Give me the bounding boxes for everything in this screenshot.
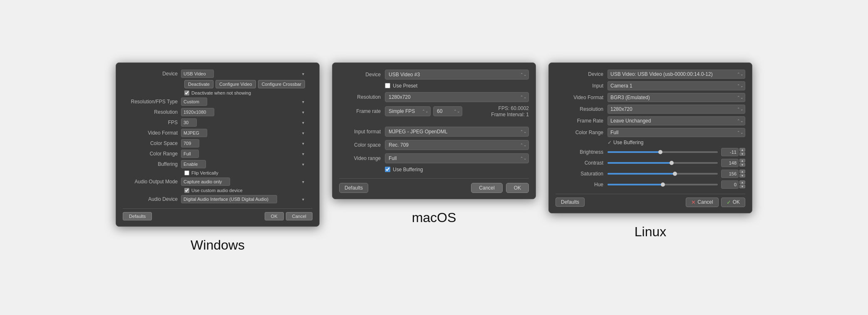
win-resolution-label: Resolution: [123, 109, 181, 115]
mac-device-label: Device: [339, 72, 385, 78]
mac-device-select[interactable]: USB Video #3: [385, 70, 529, 80]
win-device-select[interactable]: USB Video: [181, 70, 214, 78]
mac-fps-value-input[interactable]: [433, 106, 462, 116]
linux-hue-up-btn[interactable]: ▲: [739, 180, 745, 184]
mac-buffering-row: Use Buffering: [339, 167, 529, 172]
linux-input-row: Input Camera 1: [556, 81, 745, 90]
linux-color-range-select[interactable]: Full: [608, 128, 745, 137]
linux-hue-label: Hue: [556, 182, 608, 188]
mac-defaults-button[interactable]: Defaults: [339, 183, 368, 193]
linux-dialog: Device USB Video: USB Video (usb-0000:00…: [548, 62, 752, 213]
linux-cancel-button[interactable]: ✕ Cancel: [686, 198, 718, 207]
linux-resolution-select-wrap: 1280x720: [608, 105, 745, 114]
win-color-range-select-wrap: Full: [181, 150, 306, 158]
linux-input-select[interactable]: Camera 1: [608, 81, 745, 90]
mac-video-range-select[interactable]: Full: [385, 153, 529, 163]
win-res-fps-select-wrap: Custom: [181, 98, 306, 106]
win-buttons-row: Deactivate Configure Video Configure Cro…: [123, 80, 312, 88]
linux-device-select-wrap: USB Video: USB Video (usb-0000:00:14.0-1…: [608, 70, 745, 79]
mac-resolution-select[interactable]: 1280x720: [385, 92, 529, 102]
linux-input-label: Input: [556, 83, 608, 89]
mac-input-format-select[interactable]: MJPEG - JPEG OpenDML: [385, 127, 529, 137]
win-deactivate-checkbox[interactable]: [184, 90, 189, 95]
win-video-format-select[interactable]: MJPEG: [181, 129, 207, 137]
linux-brightness-up-btn[interactable]: ▲: [739, 148, 745, 152]
win-audio-device-select-wrap: Digital Audio Interface (USB Digital Aud…: [181, 195, 306, 203]
linux-ok-label: OK: [733, 199, 740, 205]
linux-hue-value-wrap: 0 ▲ ▼: [721, 180, 745, 189]
win-color-space-select[interactable]: 709: [181, 139, 199, 148]
mac-use-preset-label: Use Preset: [393, 83, 417, 89]
linux-hue-row: Hue 0 ▲ ▼: [556, 180, 745, 189]
linux-brightness-label: Brightness: [556, 149, 608, 155]
win-custom-audio-checkbox[interactable]: [184, 188, 189, 193]
mac-fps-type-wrap: Simple FPS: [385, 106, 431, 116]
linux-hue-track[interactable]: [608, 184, 718, 185]
mac-cancel-button[interactable]: Cancel: [471, 183, 502, 193]
linux-checkmark-icon: ✓: [608, 140, 612, 145]
mac-use-preset-checkbox[interactable]: [385, 83, 390, 88]
win-fps-select-wrap: 30: [181, 118, 306, 127]
macos-os-label: macOS: [412, 210, 456, 225]
linux-bottom-bar: Defaults ✕ Cancel ✓ OK: [556, 194, 745, 207]
win-audio-output-select[interactable]: Capture audio only: [181, 178, 230, 186]
win-cancel-button[interactable]: Cancel: [286, 212, 312, 220]
linux-device-select[interactable]: USB Video: USB Video (usb-0000:00:14.0-1…: [608, 70, 745, 79]
configure-crossbar-button[interactable]: Configure Crossbar: [258, 80, 305, 88]
mac-color-space-label: Color space: [339, 142, 385, 148]
win-resolution-select[interactable]: 1920x1080: [181, 108, 214, 116]
linux-resolution-row: Resolution 1280x720: [556, 105, 745, 114]
win-ok-button[interactable]: OK: [265, 212, 284, 220]
win-color-range-select[interactable]: Full: [181, 150, 199, 158]
linux-brightness-track[interactable]: [608, 151, 718, 153]
configure-video-button[interactable]: Configure Video: [216, 80, 256, 88]
win-custom-audio-row: Use custom audio device: [123, 188, 312, 193]
linux-saturation-thumb: [673, 172, 677, 176]
linux-saturation-row: Saturation 156 ▲ ▼: [556, 170, 745, 178]
win-color-space-row: Color Space 709: [123, 139, 312, 148]
linux-video-format-select[interactable]: BGR3 (Emulated): [608, 93, 745, 102]
win-buffering-select-wrap: Enable: [181, 160, 306, 168]
win-flip-checkbox[interactable]: [184, 170, 189, 175]
linux-contrast-up-btn[interactable]: ▲: [739, 159, 745, 162]
win-audio-output-row: Audio Output Mode Capture audio only: [123, 178, 312, 186]
linux-frame-rate-select-wrap: Leave Unchanged: [608, 116, 745, 125]
linux-buffering-row: ✓ Use Buffering: [556, 140, 745, 145]
linux-frame-rate-select[interactable]: Leave Unchanged: [608, 116, 745, 125]
mac-input-format-row: Input format MJPEG - JPEG OpenDML: [339, 127, 529, 137]
win-color-range-row: Color Range Full: [123, 150, 312, 158]
linux-saturation-down-btn[interactable]: ▼: [739, 174, 745, 178]
win-defaults-button[interactable]: Defaults: [123, 212, 152, 220]
linux-hue-down-btn[interactable]: ▼: [739, 185, 745, 188]
win-video-format-label: Video Format: [123, 130, 181, 136]
mac-color-space-select[interactable]: Rec. 709: [385, 140, 529, 150]
linux-contrast-down-btn[interactable]: ▼: [739, 163, 745, 167]
win-device-select-wrap: USB Video: [181, 70, 306, 78]
linux-contrast-track[interactable]: [608, 162, 718, 164]
win-res-fps-select[interactable]: Custom: [181, 98, 207, 106]
win-flip-label: Flip Vertically: [191, 170, 218, 175]
linux-saturation-spin: ▲ ▼: [739, 170, 745, 178]
deactivate-button[interactable]: Deactivate: [184, 80, 213, 88]
mac-fps-inner: Simple FPS FPS: 60.0002 Frame Interval: …: [385, 105, 529, 118]
win-fps-select[interactable]: 30: [181, 118, 197, 127]
linux-color-range-label: Color Range: [556, 130, 608, 135]
linux-saturation-label: Saturation: [556, 171, 608, 177]
macos-panel: Device USB Video #3 Use Preset Resolutio…: [332, 62, 536, 225]
linux-brightness-thumb: [658, 150, 662, 154]
mac-fps-type-select[interactable]: Simple FPS: [385, 106, 431, 116]
mac-resolution-row: Resolution 1280x720: [339, 92, 529, 102]
linux-saturation-track[interactable]: [608, 173, 718, 175]
linux-brightness-down-btn[interactable]: ▼: [739, 152, 745, 156]
linux-hue-value: 0: [721, 180, 739, 189]
linux-defaults-button[interactable]: Defaults: [556, 198, 585, 207]
win-bottom-right: OK Cancel: [265, 212, 312, 220]
win-buffering-select[interactable]: Enable: [181, 160, 206, 168]
linux-ok-button[interactable]: ✓ OK: [721, 198, 745, 207]
linux-resolution-select[interactable]: 1280x720: [608, 105, 745, 114]
linux-saturation-up-btn[interactable]: ▲: [739, 170, 745, 173]
win-resolution-row: Resolution 1920x1080: [123, 108, 312, 116]
mac-ok-button[interactable]: OK: [506, 183, 529, 193]
win-audio-device-select[interactable]: Digital Audio Interface (USB Digital Aud…: [181, 195, 277, 203]
mac-buffering-checkbox[interactable]: [385, 167, 390, 172]
